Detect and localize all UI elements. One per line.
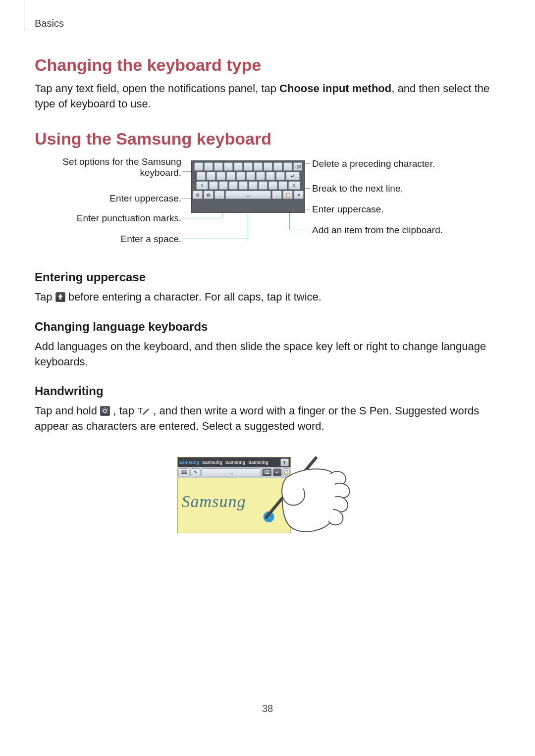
callout-enter-uppercase-left: Enter uppercase.: [109, 193, 181, 204]
callout-enter-space: Enter a space.: [120, 234, 181, 245]
margin-rule: [24, 0, 24, 30]
chevron-down-icon: ▾: [280, 458, 289, 466]
callout-enter-punctuation: Enter punctuation marks.: [77, 213, 181, 224]
callout-enter-uppercase-right: Enter uppercase.: [312, 204, 384, 215]
svg-line-8: [107, 408, 108, 409]
enter-key-icon: ↵: [286, 172, 300, 180]
handwriting-panel: Samsung Samsuhg Samsnng Samsnhg ▾ ⌨ ✎ ⎵ …: [177, 457, 291, 533]
subheading-entering-uppercase: Entering uppercase: [35, 270, 500, 284]
para-changing-language: Add languages on the keyboard, and then …: [35, 339, 500, 369]
callout-break-next-line: Break to the next line.: [312, 183, 403, 195]
punctuation-key-icon: ,: [214, 191, 224, 199]
hide-keyboard-key-icon: ▾: [294, 191, 304, 199]
callout-set-options-line2: keyboard.: [140, 167, 181, 179]
settings-key-icon: ⚙: [193, 191, 203, 199]
text-bold-choose-input-method: Choose input method: [279, 82, 391, 95]
heading-changing-keyboard-type: Changing the keyboard type: [35, 55, 500, 75]
suggestion-bar: Samsung Samsuhg Samsnng Samsnhg ▾: [178, 457, 291, 467]
svg-line-6: [107, 413, 108, 414]
para-handwriting: Tap and hold , tap T , and then write a …: [35, 403, 500, 434]
text-fragment: , tap: [113, 404, 137, 417]
text-fragment: Tap: [35, 291, 55, 303]
para-entering-uppercase: Tap before entering a character. For all…: [35, 289, 500, 304]
spacebar-key-icon: ⎵: [202, 468, 261, 476]
clipboard-key-icon: 📋: [283, 191, 293, 199]
leader-line: [248, 212, 248, 239]
leader-line: [182, 218, 222, 218]
svg-line-5: [103, 408, 104, 409]
leader-line: [289, 230, 310, 230]
leader-line: [182, 239, 248, 239]
gear-icon: [100, 406, 110, 416]
keyboard-diagram: Set options for the Samsung keyboard. En…: [54, 156, 519, 255]
suggestion-word: Samsnhg: [248, 460, 268, 465]
para-changing-keyboard-type: Tap any text field, open the notificatio…: [35, 81, 500, 111]
leader-line: [289, 211, 290, 230]
pen-mode-icon: ✎: [191, 468, 201, 476]
shift-right-key-icon: ⇧: [288, 181, 300, 190]
svg-point-0: [104, 409, 107, 412]
handwriting-toolbar: ⌨ ✎ ⎵ ⌫ ↵ 📋: [178, 467, 291, 478]
shift-icon: [55, 292, 65, 302]
spacebar-key-icon: ⎵: [225, 191, 271, 199]
callout-delete-preceding: Delete a preceding character.: [312, 158, 435, 170]
subheading-changing-language: Changing language keyboards: [35, 320, 500, 334]
page-number: 38: [0, 703, 535, 714]
backspace-key-icon: ⌫: [293, 162, 302, 171]
text-fragment: Tap any text field, open the notificatio…: [35, 82, 279, 95]
gear-key-icon: ✿: [204, 191, 214, 199]
suggestion-word: Samsnng: [225, 460, 246, 465]
text-fragment: Tap and hold: [35, 404, 100, 417]
page: Basics Changing the keyboard type Tap an…: [0, 0, 535, 756]
enter-key-icon: ↵: [273, 468, 282, 476]
handwritten-text: Samsung: [182, 492, 246, 511]
clipboard-key-icon: 📋: [283, 468, 290, 476]
handwriting-illustration: Samsung Samsuhg Samsnng Samsnhg ▾ ⌨ ✎ ⎵ …: [177, 451, 336, 547]
svg-line-7: [103, 413, 104, 414]
suggestion-word: Samsung: [179, 460, 200, 465]
text-fragment: before entering a character. For all cap…: [68, 291, 321, 303]
pen-tip-indicator: [264, 511, 274, 522]
t-pen-icon: T: [137, 406, 150, 416]
heading-using-samsung-keyboard: Using the Samsung keyboard: [35, 129, 500, 149]
shift-left-key-icon: ⇧: [196, 181, 208, 190]
suggestion-word: Samsuhg: [202, 460, 222, 465]
keyboard-illustration: ⌫ ↵ ⇧⇧ ⚙ ✿ , ⎵ . 📋 ▾: [191, 160, 305, 213]
keyboard-mode-icon: ⌨: [179, 468, 190, 476]
callout-set-options-line1: Set options for the Samsung: [62, 156, 181, 168]
subheading-handwriting: Handwriting: [35, 384, 500, 398]
svg-text:T: T: [138, 406, 143, 415]
breadcrumb: Basics: [35, 18, 64, 29]
callout-clipboard: Add an item from the clipboard.: [312, 225, 443, 236]
backspace-key-icon: ⌫: [262, 468, 272, 476]
